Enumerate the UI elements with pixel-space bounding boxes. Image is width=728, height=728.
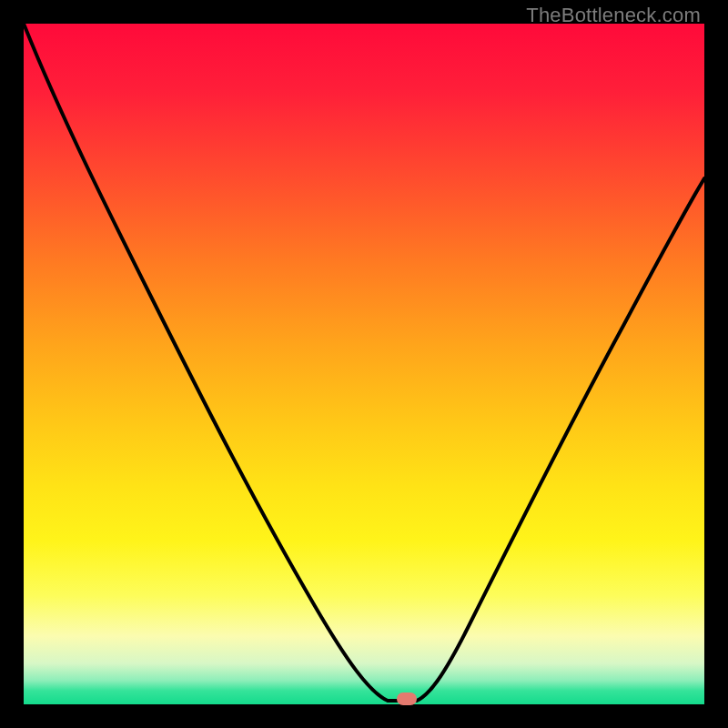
chart-frame: TheBottleneck.com — [0, 0, 728, 728]
attribution-text: TheBottleneck.com — [526, 4, 701, 27]
plot-area — [24, 24, 704, 704]
optimal-point-marker — [397, 693, 417, 705]
curve-path — [24, 24, 704, 701]
bottleneck-curve — [24, 24, 704, 704]
